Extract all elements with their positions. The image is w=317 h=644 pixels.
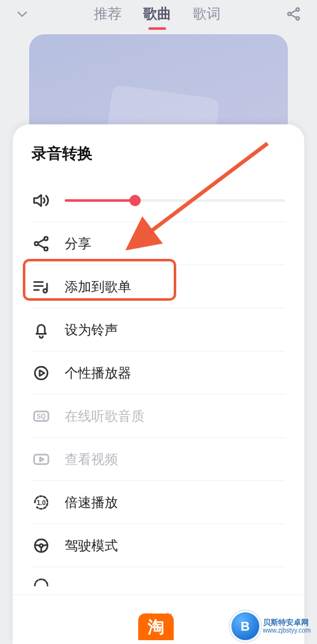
svg-line-3 — [291, 10, 297, 13]
video-icon — [32, 450, 51, 469]
row-drive-mode[interactable]: 驾驶模式 — [32, 524, 285, 567]
custom-player-icon — [32, 364, 51, 383]
svg-text:1.0: 1.0 — [37, 499, 46, 506]
row-cutoff — [32, 567, 285, 586]
svg-point-15 — [35, 367, 48, 379]
row-share-label: 分享 — [65, 235, 285, 253]
row-online-quality-label: 在线听歌音质 — [65, 407, 285, 425]
cutoff-icon — [32, 576, 51, 586]
volume-slider[interactable] — [65, 199, 285, 202]
collapse-icon[interactable] — [15, 7, 29, 21]
row-playback-speed[interactable]: 1.0 倍速播放 — [32, 481, 285, 524]
row-volume — [32, 179, 285, 222]
watermark-line1: 贝斯特安卓网 — [263, 618, 311, 627]
player-topbar: 推荐 歌曲 歌词 — [0, 0, 317, 28]
row-online-quality: SQ 在线听歌音质 — [32, 395, 285, 438]
row-custom-player[interactable]: 个性播放器 — [32, 352, 285, 395]
share-icon[interactable] — [285, 6, 302, 22]
site-watermark: B 贝斯特安卓网 www.zjbstyy.com — [231, 612, 311, 640]
svg-line-24 — [36, 544, 40, 545]
row-playback-speed-label: 倍速播放 — [65, 494, 285, 511]
playback-speed-icon: 1.0 — [32, 493, 51, 512]
sq-quality-icon: SQ — [32, 407, 51, 426]
row-view-video: 查看视频 — [32, 438, 285, 481]
row-add-to-playlist-label: 添加到歌单 — [65, 278, 285, 296]
row-view-video-label: 查看视频 — [65, 450, 285, 468]
row-set-ringtone[interactable]: 设为铃声 — [32, 308, 285, 352]
tab-song[interactable]: 歌曲 — [143, 4, 171, 23]
row-share[interactable]: 分享 — [32, 222, 285, 265]
sheet-rows: 分享 添加到歌单 设为铃声 个性播放器 SQ 在线听歌音质 — [13, 179, 304, 595]
row-add-to-playlist[interactable]: 添加到歌单 — [32, 265, 285, 308]
volume-slider-fill — [65, 199, 135, 202]
svg-text:SQ: SQ — [37, 413, 46, 420]
watermark-line2: www.zjbstyy.com — [263, 627, 311, 634]
svg-line-9 — [38, 239, 44, 243]
svg-line-10 — [38, 244, 44, 248]
volume-icon — [32, 191, 51, 210]
svg-point-27 — [35, 579, 48, 586]
volume-slider-thumb[interactable] — [129, 195, 141, 206]
taobao-badge: 淘 — [138, 614, 174, 640]
add-to-playlist-icon — [32, 277, 51, 296]
svg-marker-20 — [40, 457, 44, 461]
bell-icon — [32, 320, 51, 339]
svg-line-25 — [43, 544, 48, 545]
sheet-title: 录音转换 — [13, 124, 304, 179]
options-bottom-sheet: 录音转换 分享 添加到歌单 设 — [13, 124, 304, 644]
svg-line-4 — [291, 15, 297, 18]
svg-marker-5 — [34, 195, 41, 206]
svg-marker-16 — [40, 370, 45, 376]
svg-rect-19 — [34, 454, 49, 464]
row-set-ringtone-label: 设为铃声 — [65, 321, 285, 339]
steering-wheel-icon — [32, 536, 51, 555]
row-drive-mode-label: 驾驶模式 — [65, 537, 285, 555]
watermark-badge-icon: B — [231, 612, 259, 640]
row-custom-player-label: 个性播放器 — [65, 364, 285, 382]
tab-lyrics[interactable]: 歌词 — [193, 4, 221, 23]
player-tabs: 推荐 歌曲 歌词 — [94, 4, 221, 23]
tab-recommend[interactable]: 推荐 — [94, 4, 122, 23]
share-row-icon — [32, 234, 51, 253]
